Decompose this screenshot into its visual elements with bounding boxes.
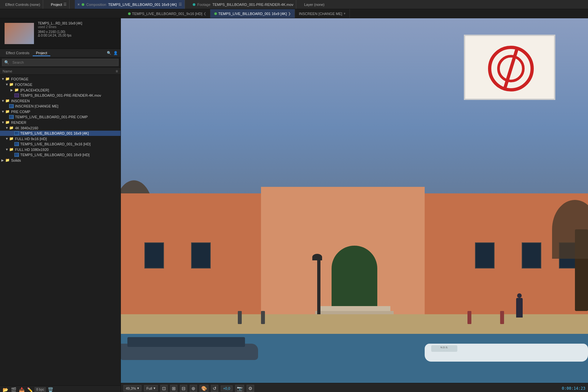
safe-zones-btn[interactable]: ⊞ bbox=[170, 385, 177, 392]
subtab2-label: TEMPS_LIVE_BILLBOARD_001 16x9 [4K] bbox=[218, 12, 287, 16]
subtab1-label: TEMPS_LIVE_BILLBOARD_001_9x16 [HD] bbox=[132, 12, 202, 16]
boat-name: N.D.S. bbox=[431, 345, 457, 352]
precomp-label: PRE COMP bbox=[11, 110, 30, 114]
arrow-footage-root: ▼ bbox=[1, 77, 5, 81]
tab-project[interactable]: Project bbox=[33, 50, 50, 56]
folder-icon-render-4k: 📁 bbox=[9, 126, 14, 130]
subtab-1[interactable]: TEMPS_LIVE_BILLBOARD_001_9x16 [HD] ❮ bbox=[124, 9, 210, 18]
inscreen-comp-label: INSCREEN [CHANGE ME] bbox=[15, 104, 58, 108]
bollard-red-1 bbox=[467, 311, 471, 324]
fit-comp-btn[interactable]: ⊡ bbox=[160, 385, 168, 392]
preview-viewport[interactable]: N.D.S. bbox=[121, 18, 588, 383]
tree-item-footage-root[interactable]: ▼ 📁 FOOTAGE bbox=[0, 76, 121, 82]
delete-btn[interactable]: 🗑️ bbox=[47, 387, 54, 392]
comp-icon-precomp bbox=[9, 115, 14, 119]
comp-icon-render-hd bbox=[14, 142, 19, 146]
footage-tab[interactable]: Footage TEMPS_BILLBOARD_001-PRE-RENDER-4… bbox=[190, 0, 296, 9]
footage-keyword: Footage bbox=[197, 3, 210, 7]
bollard-2 bbox=[261, 311, 265, 324]
settings-btn[interactable]: ⚙ bbox=[247, 385, 254, 392]
tree-item-solids[interactable]: ▶ 📁 Solids bbox=[0, 157, 121, 163]
render-1080-item-label: TEMPS_LIVE_BILLBOARD_001 16x9 [HD] bbox=[20, 153, 90, 157]
bollard-red-2 bbox=[500, 311, 504, 324]
scene: N.D.S. bbox=[121, 18, 588, 383]
tree-item-render-1080-item[interactable]: ▶ TEMPS_LIVE_BILLBOARD_001 16x9 [HD] bbox=[0, 152, 121, 157]
panel-search-icon[interactable]: 🔍 bbox=[107, 51, 111, 55]
tree-item-inscreen-comp[interactable]: ▶ INSCREEN [CHANGE ME] bbox=[0, 104, 121, 109]
panel-controls: 🔍 👤 bbox=[107, 51, 118, 55]
thumb-used: used 2 times bbox=[38, 25, 117, 29]
zoom-dropdown[interactable]: 49,3% ▾ bbox=[123, 385, 141, 391]
folder-icon-render: 📁 bbox=[5, 120, 10, 124]
name-column-header: Name bbox=[3, 69, 116, 73]
tree-item-precomp[interactable]: ▼ 📁 PRE COMP bbox=[0, 109, 121, 114]
project-section[interactable]: Project ☰ bbox=[48, 0, 70, 9]
tree-item-render[interactable]: ▼ 📁 RENDER bbox=[0, 120, 121, 125]
billboard bbox=[464, 35, 555, 100]
search-wrapper: 🔍 bbox=[2, 59, 119, 66]
search-input[interactable] bbox=[10, 60, 116, 65]
composition-tab[interactable]: × Composition TEMPS_LIVE_BILLBOARD_001 1… bbox=[75, 0, 185, 9]
close-icon[interactable]: × bbox=[77, 2, 80, 7]
tree-item-placeholder[interactable]: ▶ 📁 [PLACEHOLDER] bbox=[0, 87, 121, 93]
bpc-badge: 8 bpc bbox=[35, 387, 46, 392]
arrow-precomp: ▼ bbox=[1, 110, 5, 113]
effect-controls-section: Effect Controls (none) bbox=[3, 0, 43, 9]
panel-header: Effect Controls Project 🔍 👤 bbox=[0, 49, 121, 57]
list-view-icon[interactable]: ≡ bbox=[116, 69, 118, 74]
grid-btn[interactable]: ⊟ bbox=[180, 385, 187, 392]
thumb-resolution: 3840 x 2160 (1,00) bbox=[38, 30, 117, 34]
pen-tool-btn[interactable]: ✏️ bbox=[26, 387, 33, 392]
exposure-val: +0,0 bbox=[223, 386, 230, 390]
new-comp-btn[interactable]: 🎬 bbox=[10, 387, 17, 392]
folder-icon-solids: 📁 bbox=[5, 158, 10, 162]
folder-icon-render-1080: 📁 bbox=[9, 147, 14, 152]
thumb-info: TEMPS_L...RD_001 16x9 [4K] used 2 times … bbox=[37, 20, 119, 47]
new-folder-btn[interactable]: 📂 bbox=[2, 387, 9, 392]
tree-item-render-1080[interactable]: ▼ 📁 FULL HD 1080x1920 bbox=[0, 147, 121, 152]
tab-effect-controls[interactable]: Effect Controls bbox=[3, 50, 33, 56]
left-panel: TEMPS_L...RD_001 16x9 [4K] used 2 times … bbox=[0, 18, 121, 392]
preview-panel: N.D.S. 49,3% ▾ Full ▾ ⊡ ⊞ bbox=[121, 18, 588, 392]
subtab-3[interactable]: INSCREEN [CHANGE ME] ▾ bbox=[295, 9, 350, 18]
footage-root-label: FOOTAGE bbox=[11, 77, 28, 81]
tree-item-render-hd[interactable]: ▼ 📁 FULL HD 9x16 [HD] bbox=[0, 136, 121, 141]
subtab1-prev-arrow[interactable]: ❮ bbox=[204, 12, 206, 15]
subtab2-next-arrow[interactable]: ❯ bbox=[288, 12, 291, 15]
tree-item-video1[interactable]: ▶ TEMPS_BILLBOARD_001-PRE-RENDER-4K.mov bbox=[0, 93, 121, 98]
tree-item-footage-sub[interactable]: ▼ 📁 FOOTAGE bbox=[0, 82, 121, 87]
tree-item-render-hd-item[interactable]: ▶ TEMPS_LIVE_BILLBOARD_001_9x16 [HD] bbox=[0, 141, 121, 147]
color-channels-btn[interactable]: 🎨 bbox=[200, 385, 208, 392]
thumb-name: TEMPS_L...RD_001 16x9 [4K] bbox=[38, 22, 117, 25]
tree-item-inscreen[interactable]: ▼ 📁 INSCREEN bbox=[0, 98, 121, 104]
project-label: Project bbox=[51, 3, 62, 7]
preview-timecode: 0:00:14:23 bbox=[562, 386, 585, 391]
arrow-render-hd: ▼ bbox=[5, 137, 8, 140]
folder-icon-precomp: 📁 bbox=[5, 109, 10, 114]
quality-dropdown[interactable]: Full ▾ bbox=[144, 385, 158, 391]
camera-btn[interactable]: 📷 bbox=[235, 385, 244, 392]
snap-btn[interactable]: ⊛ bbox=[190, 385, 197, 392]
svg-line-2 bbox=[504, 47, 517, 90]
arrow-render-1080: ▼ bbox=[5, 148, 8, 151]
project-tree: ▼ 📁 FOOTAGE ▼ 📁 FOOTAGE ▶ 📁 [PLACEHOLDER… bbox=[0, 75, 121, 385]
panel-user-icon[interactable]: 👤 bbox=[113, 51, 118, 55]
subtab3-dropdown[interactable]: ▾ bbox=[344, 11, 346, 16]
folder-icon-render-hd: 📁 bbox=[9, 137, 14, 141]
left-panel-toolbar: 📂 🎬 📥 ✏️ 8 bpc 🗑️ bbox=[0, 385, 121, 392]
subtab-2[interactable]: TEMPS_LIVE_BILLBOARD_001 16x9 [4K] ❯ bbox=[210, 9, 295, 18]
refresh-btn[interactable]: ↺ bbox=[211, 385, 218, 392]
render-4k-item-label: TEMPS_LIVE_BILLBOARD_001 16x9 [4K] bbox=[20, 131, 89, 135]
comp-menu-icon[interactable]: ☰ bbox=[179, 2, 182, 7]
layer-section: Layer (none) bbox=[302, 0, 585, 9]
tree-item-precomp-item[interactable]: ▶ TEMPS_LIVE_BILLBOARD_001-PRE COMP bbox=[0, 114, 121, 120]
window-4 bbox=[522, 242, 541, 269]
video1-label: TEMPS_BILLBOARD_001-PRE-RENDER-4K.mov bbox=[20, 93, 101, 97]
tree-item-render-4k[interactable]: ▼ 📁 4K 3840x2160 bbox=[0, 125, 121, 131]
quality-value: Full bbox=[146, 386, 152, 390]
project-menu-icon[interactable]: ☰ bbox=[63, 2, 67, 7]
placeholder-label: [PLACEHOLDER] bbox=[20, 88, 49, 92]
tree-item-render-4k-item[interactable]: ▶ TEMPS_LIVE_BILLBOARD_001 16x9 [4K] bbox=[0, 131, 121, 136]
inscreen-label: INSCREEN bbox=[11, 99, 30, 103]
import-btn[interactable]: 📥 bbox=[18, 387, 25, 392]
